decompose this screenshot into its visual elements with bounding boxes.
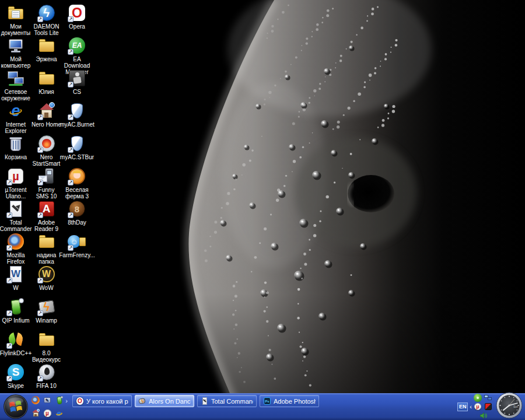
desktop-icon-my-documents-0[interactable]: Мои документы [1, 4, 31, 36]
desktop-icon-opera-2[interactable]: O↗Opera [62, 4, 92, 30]
desktop-icon-label: Total Commander [0, 219, 32, 232]
tray-icon-utorrent[interactable]: µ [474, 402, 482, 411]
desktop-icon-label: Юлия [38, 89, 54, 95]
start-button[interactable] [3, 394, 29, 419]
taskbar-button-winamp[interactable]: ϟAlors On Dance (Dj ... [135, 395, 194, 407]
shortcut-arrow-icon: ↗ [6, 212, 12, 218]
shortcut-arrow-icon: ↗ [6, 245, 12, 251]
desktop-icon-flylink-28[interactable]: ↗FlylinkDC++ [1, 330, 31, 356]
tray-icon-volume[interactable] [479, 411, 488, 420]
desktop-icon-wow-25[interactable]: W↗WoW [32, 265, 62, 291]
language-indicator[interactable]: EN [457, 402, 468, 411]
folder-icon [37, 36, 56, 55]
tray-icon-graphics-driver[interactable] [484, 402, 493, 411]
shortcut-arrow-icon: ↗ [6, 376, 12, 382]
desktop-icon-folder-22[interactable]: надина папка [32, 232, 62, 265]
quick-launch-overflow-chevron[interactable]: › [63, 396, 70, 405]
desktop-icon-folder-4[interactable]: Эржена [32, 36, 62, 62]
ea-icon: EA↗ [68, 36, 86, 55]
opera-icon: O↗ [68, 4, 86, 22]
taskbar: ✎ µe › OУ кого какой рабоч...ϟAlors On D… [0, 393, 525, 420]
quick-launch-row-2: µe [30, 408, 64, 418]
qip-icon: ↗ [6, 298, 25, 316]
desktop-icon-daemon-1[interactable]: ϟ↗DAEMON Tools Lite [32, 4, 62, 36]
volume-icon [479, 411, 488, 420]
shortcut-arrow-icon: ↗ [68, 180, 74, 186]
utorrent-icon: µ↗ [6, 167, 25, 186]
tray-collapse-chevron[interactable]: ‹ [470, 403, 472, 410]
shortcut-arrow-icon: ↗ [68, 147, 74, 153]
desktop-icon-grid: Мои документыϟ↗DAEMON Tools LiteO↗OperaМ… [0, 0, 525, 393]
desktop-icon-farmfrenzy-23[interactable]: ☺↗FarmFrenzy... [62, 232, 92, 258]
clock[interactable]: Sun [496, 392, 523, 420]
taskbar-button-tc[interactable]: Total Commander 7... [197, 395, 257, 407]
desktop-icon-qip-26[interactable]: ↗QIP Infium [1, 298, 31, 324]
desktop-icon-label: µTorrent Ulano... [1, 187, 31, 200]
quick-launch-internet-explorer[interactable]: e [54, 408, 64, 418]
desktop-icon-label: Adobe Reader 9 [32, 219, 62, 232]
farm-icon: ↗ [68, 167, 86, 186]
desktop-icon-network-6[interactable]: Сетевое окружение [1, 69, 31, 102]
taskbar-button-label: У кого какой рабоч... [86, 398, 128, 405]
shortcut-arrow-icon: ↗ [6, 180, 12, 186]
tray-icons: µ [473, 394, 493, 420]
system-tray: EN ‹ µ [457, 393, 525, 420]
tray-icon-messenger[interactable] [474, 394, 482, 402]
desktop-icon-phone-16[interactable]: ↗Funny SMS 10 [32, 167, 62, 200]
desktop-icon-utorrent-15[interactable]: µ↗µTorrent Ulano... [1, 167, 31, 200]
desktop-icon-label: Сетевое окружение [1, 89, 31, 102]
utorrent-icon: µ [474, 402, 482, 411]
desktop-icon-label: надина папка [32, 252, 62, 265]
quick-launch-nero-home[interactable] [30, 408, 41, 418]
folder-icon [37, 69, 56, 88]
desktop-icon-fifa-31[interactable]: ↗FIFA 10 [32, 363, 62, 389]
opera-icon: O [76, 397, 84, 405]
fifa-icon: ↗ [37, 363, 56, 382]
desktop-icon-winamp-27[interactable]: ϟ↗Winamp [32, 298, 62, 324]
desktop-icon-firefox-21[interactable]: ↗Mozilla Firefox [1, 232, 31, 265]
desktop-icon-my-computer-3[interactable]: Мой компьютер [1, 36, 31, 69]
desktop-icon-cs-8[interactable]: ↗CS [62, 69, 92, 95]
desktop-icon-label: FIFA 10 [36, 383, 56, 389]
shortcut-arrow-icon: ↗ [6, 343, 12, 349]
flylink-icon: ↗ [6, 330, 25, 349]
ie-icon: e [6, 102, 25, 120]
photoshop-icon: Ps [263, 397, 271, 405]
desktop-icon-farm-17[interactable]: ↗Веселая ферма 3 [62, 167, 92, 200]
desktop-icon-folder-7[interactable]: Юлия [32, 69, 62, 95]
desktop-icon-eighthday-20[interactable]: 8↗8thDay [62, 200, 92, 226]
desktop-icon-label: DAEMON Tools Lite [32, 23, 62, 36]
quick-launch-firefox[interactable] [30, 395, 41, 405]
desktop-icon-tc-18[interactable]: ↗Total Commander [1, 200, 31, 232]
desktop-icon-shield-11[interactable]: ↗myAC.Burnet [62, 102, 92, 128]
taskbar-button-opera[interactable]: OУ кого какой рабоч... [72, 395, 132, 407]
desktop-icon-skype-30[interactable]: S↗Skype [1, 363, 31, 389]
task-buttons: OУ кого какой рабоч...ϟAlors On Dance (D… [72, 395, 319, 407]
desktop-icon-word-24[interactable]: W↗W [1, 265, 31, 291]
tray-icon-network-status[interactable] [484, 394, 493, 402]
eighthday-icon: 8↗ [68, 200, 86, 218]
quick-launch-show-desktop[interactable]: ✎ [42, 395, 52, 405]
desktop-icon-ie-9[interactable]: eInternet Explorer [1, 102, 31, 134]
my-documents-icon [6, 4, 25, 22]
desktop-icon-label: Эржена [36, 56, 57, 62]
desktop-icon-shield-14[interactable]: ↗myAC.STBur [62, 134, 92, 160]
shortcut-arrow-icon: ↗ [37, 114, 43, 120]
desktop-icon-nero-home-10[interactable]: ↗Nero Home [32, 102, 62, 128]
network-icon [6, 69, 25, 88]
desktop-icon-nero-start-13[interactable]: ↗Nero StartSmart [32, 134, 62, 167]
desktop-icon-recycle-bin-12[interactable]: Корзина [1, 134, 31, 160]
cs-icon: ↗ [68, 69, 86, 88]
shortcut-arrow-icon: ↗ [37, 310, 43, 316]
desktop-icon-adobe-19[interactable]: A↗Adobe Reader 9 [32, 200, 62, 232]
firefox-icon: ↗ [6, 232, 25, 251]
desktop-icon-label: Веселая ферма 3 [62, 187, 92, 200]
taskbar-button-photoshop[interactable]: PsAdobe Photoshop C... [260, 395, 319, 407]
desktop-icon-label: Winamp [36, 317, 57, 324]
quick-launch-utorrent[interactable]: µ [42, 408, 52, 418]
internet-explorer-icon: e [54, 408, 64, 418]
firefox-icon [31, 396, 40, 405]
shortcut-arrow-icon: ↗ [68, 245, 74, 251]
qip-icon [54, 396, 64, 405]
skype-icon: S↗ [6, 363, 25, 382]
